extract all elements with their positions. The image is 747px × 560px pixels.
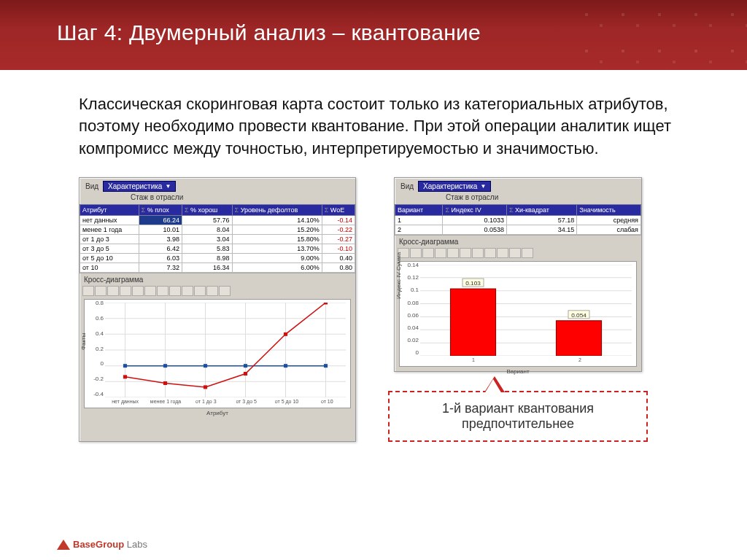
- col-woe[interactable]: WoE: [322, 205, 355, 216]
- left-line-chart: 0.80.60.40.20-0.2-0.4 Факты нет данныхме…: [84, 299, 351, 408]
- panels-row: Вид Характеристика ▼ Стаж в отрасли Атри…: [0, 177, 747, 442]
- left-dropdown-label: Характеристика: [108, 182, 162, 190]
- right-view-label: Вид: [399, 182, 415, 190]
- svg-rect-13: [123, 364, 127, 368]
- toolbar-icon[interactable]: [509, 248, 521, 258]
- left-characteristic-dropdown[interactable]: Характеристика ▼: [103, 181, 176, 192]
- svg-rect-23: [284, 332, 287, 336]
- svg-rect-21: [204, 385, 207, 389]
- svg-text:0.054: 0.054: [571, 312, 587, 319]
- toolbar-icon[interactable]: [107, 286, 119, 296]
- right-cross-label: Кросс-диаграмма: [395, 235, 641, 246]
- col-attr[interactable]: Атрибут: [80, 205, 139, 216]
- right-xlabel: Вариант: [506, 368, 529, 375]
- svg-rect-36: [556, 321, 601, 356]
- toolbar-icon[interactable]: [144, 286, 156, 296]
- toolbar-icon[interactable]: [157, 286, 169, 296]
- toolbar-icon[interactable]: [182, 286, 193, 296]
- left-view-label: Вид: [84, 182, 100, 190]
- logo-text: BaseGroup Labs: [73, 539, 147, 550]
- svg-rect-14: [163, 364, 167, 368]
- right-chart-toolbar: [395, 246, 641, 260]
- slide-body: Классическая скоринговая карта состоит т…: [0, 70, 747, 177]
- svg-rect-20: [163, 381, 167, 385]
- right-ylabel: Индекс IV Сумма: [395, 252, 402, 298]
- toolbar-icon[interactable]: [82, 286, 94, 296]
- svg-rect-17: [284, 364, 287, 368]
- col-good[interactable]: % хорош: [182, 205, 232, 216]
- right-app-window: Вид Характеристика ▼ Стаж в отрасли Вари…: [394, 177, 642, 372]
- right-column: Вид Характеристика ▼ Стаж в отрасли Вари…: [394, 177, 648, 442]
- chevron-down-icon: ▼: [480, 183, 486, 190]
- col-variant[interactable]: Вариант: [395, 205, 443, 216]
- right-subtitle: Стаж в отрасли: [395, 192, 641, 204]
- chevron-down-icon: ▼: [165, 183, 171, 190]
- table-row[interactable]: от 1 до 33.983.0415.80%-0.27: [80, 235, 355, 244]
- toolbar-icon[interactable]: [447, 248, 459, 258]
- svg-rect-16: [244, 364, 247, 368]
- table-row[interactable]: от 107.3216.346.00%0.80: [80, 263, 355, 273]
- toolbar-icon[interactable]: [460, 248, 471, 258]
- col-iv[interactable]: Индекс IV: [443, 205, 507, 216]
- footer-logo: BaseGroup Labs: [57, 539, 147, 550]
- col-default[interactable]: Уровень дефолтов: [232, 205, 322, 216]
- toolbar-icon[interactable]: [484, 248, 496, 258]
- left-xlabel: Атрибут: [206, 410, 228, 416]
- left-chart-toolbar: [80, 284, 355, 298]
- toolbar-icon[interactable]: [169, 286, 181, 296]
- slide-title: Шаг 4: Двумерный анализ – квантование: [57, 20, 747, 45]
- svg-text:0.103: 0.103: [465, 280, 481, 287]
- table-row[interactable]: менее 1 года10.018.0415.20%-0.22: [80, 225, 355, 235]
- toolbar-icon[interactable]: [120, 286, 131, 296]
- toolbar-icon[interactable]: [95, 286, 107, 296]
- table-row[interactable]: нет данных66.2457.7614.10%-0.14: [80, 216, 355, 225]
- svg-rect-24: [324, 303, 328, 305]
- svg-rect-33: [450, 289, 495, 356]
- callout-box: 1-й вариант квантования предпочтительнее: [388, 391, 648, 442]
- svg-rect-15: [204, 364, 207, 368]
- right-characteristic-dropdown[interactable]: Характеристика ▼: [418, 181, 491, 192]
- toolbar-icon[interactable]: [472, 248, 484, 258]
- callout-text: 1-й вариант квантования предпочтительнее: [442, 401, 594, 431]
- title-banner: Шаг 4: Двумерный анализ – квантование: [0, 0, 747, 70]
- table-row[interactable]: от 5 до 106.038.989.00%0.40: [80, 254, 355, 263]
- svg-rect-19: [123, 375, 127, 378]
- toolbar-icon[interactable]: [410, 248, 422, 258]
- right-dropdown-label: Характеристика: [423, 182, 477, 190]
- right-data-table: Вариант Индекс IV Хи-квадрат Значимость …: [395, 204, 641, 235]
- table-row[interactable]: 10.103357.18средняя: [395, 216, 641, 225]
- toolbar-icon[interactable]: [422, 248, 434, 258]
- toolbar-icon[interactable]: [132, 286, 144, 296]
- left-tabbar: Вид Характеристика ▼: [80, 178, 355, 192]
- toolbar-icon[interactable]: [522, 248, 533, 258]
- col-sig[interactable]: Значимость: [577, 205, 641, 216]
- table-row[interactable]: 20.053834.15слабая: [395, 225, 641, 235]
- left-cross-label: Кросс-диаграмма: [80, 273, 355, 284]
- left-app-window: Вид Характеристика ▼ Стаж в отрасли Атри…: [79, 177, 356, 442]
- toolbar-icon[interactable]: [219, 286, 231, 296]
- left-subtitle: Стаж в отрасли: [80, 192, 355, 204]
- col-bad[interactable]: % плох: [139, 205, 182, 216]
- right-bar-chart: 0.140.120.10.080.060.040.020 Индекс IV С…: [399, 261, 637, 367]
- col-chi[interactable]: Хи-квадрат: [507, 205, 577, 216]
- right-tabbar: Вид Характеристика ▼: [395, 178, 641, 192]
- table-row[interactable]: от 3 до 56.425.8313.70%-0.10: [80, 244, 355, 254]
- svg-rect-22: [244, 372, 247, 376]
- logo-triangle-icon: [57, 540, 70, 550]
- toolbar-icon[interactable]: [497, 248, 508, 258]
- left-data-table: Атрибут % плох % хорош Уровень дефолтов …: [80, 204, 355, 273]
- toolbar-icon[interactable]: [194, 286, 206, 296]
- toolbar-icon[interactable]: [206, 286, 218, 296]
- left-ylabel: Факты: [80, 333, 87, 351]
- toolbar-icon[interactable]: [435, 248, 446, 258]
- svg-rect-18: [324, 364, 328, 368]
